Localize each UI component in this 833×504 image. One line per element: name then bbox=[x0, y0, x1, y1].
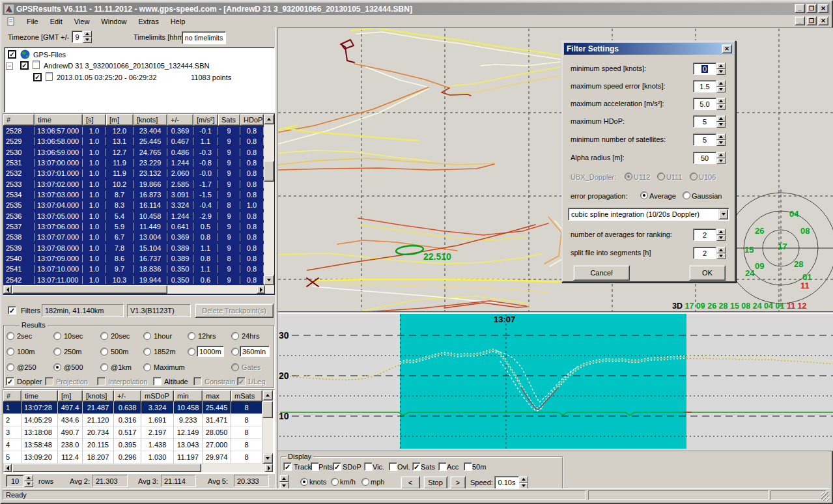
ubx-radio-u111[interactable] bbox=[657, 173, 665, 180]
custom-distance-input[interactable]: 1000m bbox=[197, 346, 224, 357]
scroll-right-icon[interactable] bbox=[257, 285, 265, 294]
scroll-left-icon[interactable] bbox=[3, 285, 12, 294]
column-header[interactable]: time bbox=[35, 114, 83, 126]
spin-down-icon[interactable] bbox=[716, 122, 726, 128]
spin-up-icon[interactable] bbox=[24, 475, 33, 481]
spin-down-icon[interactable] bbox=[24, 481, 33, 488]
spin-down-icon[interactable] bbox=[83, 37, 92, 44]
display-checkbox-sats[interactable]: ✓ bbox=[412, 462, 421, 471]
child-restore-button[interactable]: ❐ bbox=[806, 16, 817, 25]
ok-button[interactable]: OK bbox=[689, 265, 726, 281]
radio-20sec[interactable] bbox=[100, 332, 108, 340]
radio-1852m[interactable] bbox=[143, 348, 151, 356]
display-checkbox-vic[interactable] bbox=[364, 462, 373, 471]
custom-time-input[interactable]: 360min bbox=[240, 346, 270, 357]
filters-version-field[interactable]: V1.3(B1123T) bbox=[127, 304, 191, 317]
menu-window[interactable]: Window bbox=[95, 16, 132, 27]
dialog-field-stepper[interactable]: 0 bbox=[693, 63, 726, 75]
checkbox-interpolation[interactable] bbox=[97, 377, 106, 385]
table-row[interactable]: 253413:07:03.0001.08.716.8733.091-1.590.… bbox=[3, 189, 264, 200]
radio-10sec[interactable] bbox=[53, 332, 61, 340]
error-prop-radio-average[interactable] bbox=[640, 191, 648, 199]
table-row[interactable]: 253113:07:00.0001.011.923.2291.244-0.890… bbox=[3, 158, 264, 168]
integration-dropdown[interactable]: cubic spline integration (10/20s Doppler… bbox=[568, 208, 729, 221]
column-header[interactable]: Sats bbox=[218, 114, 240, 126]
child-minimize-button[interactable]: _ bbox=[795, 16, 805, 25]
spin-up-icon[interactable] bbox=[279, 475, 289, 482]
display-checkbox-50m[interactable] bbox=[464, 462, 472, 471]
display-checkbox-acc[interactable] bbox=[438, 462, 447, 471]
unit-radio-mph[interactable] bbox=[361, 478, 369, 486]
replay-speed-stepper[interactable]: 0.10s bbox=[494, 476, 528, 489]
table-row[interactable]: 253813:07:07.0001.06.713.0040.3690.890.8 bbox=[3, 232, 264, 242]
checkbox-constrain[interactable] bbox=[193, 377, 202, 385]
spin-up-icon[interactable] bbox=[716, 80, 726, 87]
spin-down-icon[interactable] bbox=[716, 104, 726, 111]
column-header[interactable]: mSats bbox=[231, 390, 262, 402]
spin-up-icon[interactable] bbox=[716, 133, 726, 140]
checkbox-altitude[interactable] bbox=[153, 377, 162, 385]
scroll-left-icon[interactable] bbox=[3, 464, 12, 472]
ranking-stepper[interactable]: 2 bbox=[693, 229, 726, 241]
tree-session-label[interactable]: 2013.01.05 03:25:20 - 06:29:32 bbox=[57, 74, 157, 82]
checkbox-doppler[interactable]: ✓ bbox=[6, 377, 14, 385]
scroll-down-icon[interactable] bbox=[264, 275, 274, 285]
table-row[interactable]: 252913:06:58.0001.013.125.4450.4671.190.… bbox=[3, 136, 264, 147]
hscroll-thumb[interactable] bbox=[12, 285, 167, 294]
radio-500m[interactable] bbox=[100, 348, 108, 356]
menu-edit[interactable]: Edit bbox=[44, 16, 68, 27]
minimize-button[interactable]: _ bbox=[795, 4, 805, 13]
radio-custom-distance[interactable] bbox=[188, 348, 195, 356]
dialog-field-stepper[interactable]: 1.5 bbox=[693, 80, 726, 92]
column-header[interactable]: # bbox=[3, 390, 21, 402]
radio-24hrs[interactable] bbox=[231, 332, 239, 340]
unit-radio-knots[interactable] bbox=[300, 478, 308, 486]
column-header[interactable]: [m] bbox=[58, 390, 83, 402]
table-row[interactable]: 513:09:20112.418.2070.2961.03011.19729.9… bbox=[3, 451, 262, 464]
timezone-stepper[interactable]: 9 bbox=[72, 31, 92, 43]
error-prop-radio-gaussian[interactable] bbox=[683, 191, 690, 199]
column-header[interactable]: [m/s²] bbox=[193, 114, 218, 126]
split-stepper[interactable]: 2 bbox=[693, 247, 726, 259]
avg3-field[interactable]: 21.114 bbox=[161, 475, 196, 487]
menu-view[interactable]: View bbox=[68, 16, 96, 27]
radio-Maximum[interactable] bbox=[143, 363, 151, 371]
spin-up-icon[interactable] bbox=[716, 98, 726, 104]
column-header[interactable]: mSDoP bbox=[141, 390, 174, 402]
radio-1hour[interactable] bbox=[143, 332, 151, 340]
column-header[interactable]: [s] bbox=[83, 114, 106, 126]
table-row[interactable]: 252813:06:57.0001.012.023.4040.369-0.190… bbox=[3, 126, 264, 136]
step-back-button[interactable]: < bbox=[401, 476, 420, 489]
stop-button[interactable]: Stop bbox=[423, 476, 447, 489]
spin-down-icon[interactable] bbox=[716, 87, 726, 93]
radio-@500[interactable] bbox=[53, 363, 61, 371]
checkbox-1/leg[interactable]: ✓ bbox=[237, 377, 246, 385]
results-vscrollbar[interactable] bbox=[262, 390, 273, 464]
avg5-field[interactable]: 20.333 bbox=[234, 475, 269, 487]
display-checkbox-ovl[interactable] bbox=[389, 462, 397, 471]
dialog-field-stepper[interactable]: 5 bbox=[693, 115, 726, 128]
ubx-radio-u112[interactable] bbox=[625, 173, 632, 180]
filters-checkbox[interactable]: ✓ bbox=[8, 306, 16, 315]
dialog-field-stepper[interactable]: 5.0 bbox=[693, 98, 726, 110]
table-row[interactable]: 254213:07:11.0001.010.319.9440.3500.690.… bbox=[3, 275, 264, 285]
checkbox-projection[interactable] bbox=[45, 377, 53, 385]
radio-12hrs[interactable] bbox=[188, 332, 195, 340]
spin-up-icon[interactable] bbox=[716, 229, 726, 235]
table-row[interactable]: 214:05:29434.621.1200.3161.6919.23331.47… bbox=[3, 414, 262, 427]
track-map[interactable]: 22.51004260815170928240111 3D 17 09 26 2… bbox=[278, 27, 833, 313]
display-checkbox-tracks[interactable]: ✓ bbox=[283, 462, 292, 471]
radio-2sec[interactable] bbox=[7, 332, 14, 340]
track-table-vscrollbar[interactable] bbox=[264, 114, 274, 285]
vscroll-thumb[interactable] bbox=[264, 161, 274, 182]
spin-up-icon[interactable] bbox=[716, 115, 726, 122]
table-row[interactable]: 253313:07:02.0001.010.219.8662.585-1.790… bbox=[3, 179, 264, 189]
table-row[interactable]: 253713:07:06.0001.05.911.4490.6410.590.8 bbox=[3, 221, 264, 232]
tree-collapse-icon[interactable]: − bbox=[6, 63, 13, 70]
resize-grip[interactable] bbox=[821, 492, 830, 501]
spin-up-icon[interactable] bbox=[519, 476, 528, 483]
delete-trackpoints-button[interactable]: Delete Trackpoint(s) bbox=[195, 303, 274, 318]
speed-graph[interactable]: 30201013:07 bbox=[278, 314, 833, 451]
scroll-up-icon[interactable] bbox=[264, 114, 274, 124]
spin-up-icon[interactable] bbox=[716, 152, 726, 158]
